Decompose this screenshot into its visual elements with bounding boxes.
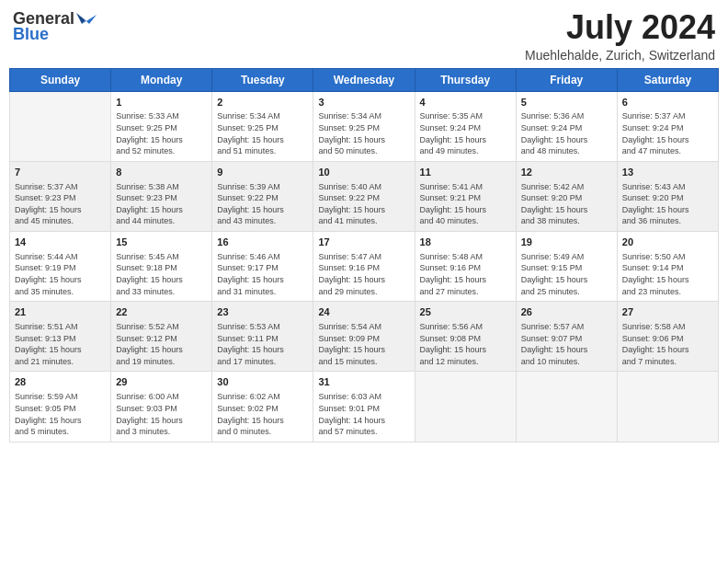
- calendar-cell: 24Sunrise: 5:54 AM Sunset: 9:09 PM Dayli…: [313, 302, 415, 372]
- calendar-cell: [10, 91, 111, 161]
- day-number: 16: [217, 236, 308, 249]
- day-number: 4: [420, 96, 511, 109]
- day-number: 1: [116, 96, 207, 109]
- day-info: Sunrise: 5:46 AM Sunset: 9:17 PM Dayligh…: [217, 251, 308, 297]
- calendar-cell: 9Sunrise: 5:39 AM Sunset: 9:22 PM Daylig…: [212, 161, 313, 231]
- day-number: 26: [521, 305, 612, 319]
- calendar-cell: 6Sunrise: 5:37 AM Sunset: 9:24 PM Daylig…: [617, 91, 718, 161]
- month-year-title: July 2024: [525, 9, 715, 46]
- calendar-cell: 13Sunrise: 5:43 AM Sunset: 9:20 PM Dayli…: [617, 161, 718, 231]
- day-info: Sunrise: 5:36 AM Sunset: 9:24 PM Dayligh…: [521, 110, 612, 156]
- calendar-cell: 1Sunrise: 5:33 AM Sunset: 9:25 PM Daylig…: [111, 91, 212, 161]
- day-number: 7: [15, 166, 106, 179]
- day-info: Sunrise: 6:00 AM Sunset: 9:03 PM Dayligh…: [116, 391, 207, 437]
- logo: General Blue: [13, 9, 97, 44]
- day-number: 10: [318, 166, 409, 179]
- day-info: Sunrise: 5:33 AM Sunset: 9:25 PM Dayligh…: [116, 110, 207, 156]
- calendar-header-row: SundayMondayTuesdayWednesdayThursdayFrid…: [10, 68, 719, 91]
- day-info: Sunrise: 5:43 AM Sunset: 9:20 PM Dayligh…: [622, 181, 713, 227]
- day-info: Sunrise: 5:38 AM Sunset: 9:23 PM Dayligh…: [116, 181, 207, 227]
- day-info: Sunrise: 5:37 AM Sunset: 9:23 PM Dayligh…: [15, 181, 106, 227]
- day-number: 23: [217, 305, 308, 319]
- day-info: Sunrise: 5:42 AM Sunset: 9:20 PM Dayligh…: [521, 181, 612, 227]
- day-info: Sunrise: 6:02 AM Sunset: 9:02 PM Dayligh…: [217, 391, 308, 437]
- day-info: Sunrise: 5:53 AM Sunset: 9:11 PM Dayligh…: [217, 321, 308, 367]
- day-info: Sunrise: 5:41 AM Sunset: 9:21 PM Dayligh…: [420, 181, 511, 227]
- calendar-cell: 2Sunrise: 5:34 AM Sunset: 9:25 PM Daylig…: [212, 91, 313, 161]
- day-info: Sunrise: 5:40 AM Sunset: 9:22 PM Dayligh…: [318, 181, 409, 227]
- day-info: Sunrise: 5:56 AM Sunset: 9:08 PM Dayligh…: [420, 321, 511, 367]
- calendar-week-row: 28Sunrise: 5:59 AM Sunset: 9:05 PM Dayli…: [10, 372, 719, 442]
- calendar-cell: 18Sunrise: 5:48 AM Sunset: 9:16 PM Dayli…: [415, 232, 516, 302]
- page-header: General Blue July 2024 Muehlehalde, Zuri…: [9, 9, 719, 63]
- calendar-cell: 25Sunrise: 5:56 AM Sunset: 9:08 PM Dayli…: [415, 302, 516, 372]
- day-info: Sunrise: 5:35 AM Sunset: 9:24 PM Dayligh…: [420, 110, 511, 156]
- day-number: 18: [420, 236, 511, 249]
- calendar-table: SundayMondayTuesdayWednesdayThursdayFrid…: [9, 68, 719, 442]
- day-number: 31: [318, 375, 409, 389]
- calendar-cell: 28Sunrise: 5:59 AM Sunset: 9:05 PM Dayli…: [10, 372, 111, 442]
- day-number: 15: [116, 236, 207, 249]
- day-info: Sunrise: 6:03 AM Sunset: 9:01 PM Dayligh…: [318, 391, 409, 437]
- day-number: 9: [217, 166, 308, 179]
- day-header-thursday: Thursday: [415, 68, 516, 91]
- calendar-cell: 12Sunrise: 5:42 AM Sunset: 9:20 PM Dayli…: [516, 161, 617, 231]
- calendar-cell: 4Sunrise: 5:35 AM Sunset: 9:24 PM Daylig…: [415, 91, 516, 161]
- logo-bird-icon: [76, 11, 97, 28]
- calendar-cell: 31Sunrise: 6:03 AM Sunset: 9:01 PM Dayli…: [313, 372, 415, 442]
- day-info: Sunrise: 5:44 AM Sunset: 9:19 PM Dayligh…: [15, 251, 106, 297]
- calendar-cell: 16Sunrise: 5:46 AM Sunset: 9:17 PM Dayli…: [212, 232, 313, 302]
- calendar-cell: 27Sunrise: 5:58 AM Sunset: 9:06 PM Dayli…: [617, 302, 718, 372]
- day-number: 29: [116, 375, 207, 389]
- day-header-monday: Monday: [111, 68, 212, 91]
- day-info: Sunrise: 5:39 AM Sunset: 9:22 PM Dayligh…: [217, 181, 308, 227]
- day-number: 14: [15, 236, 106, 249]
- calendar-cell: 14Sunrise: 5:44 AM Sunset: 9:19 PM Dayli…: [10, 232, 111, 302]
- day-number: 5: [521, 96, 612, 109]
- calendar-week-row: 1Sunrise: 5:33 AM Sunset: 9:25 PM Daylig…: [10, 91, 719, 161]
- calendar-cell: [516, 372, 617, 442]
- day-number: 3: [318, 96, 409, 109]
- calendar-cell: 20Sunrise: 5:50 AM Sunset: 9:14 PM Dayli…: [617, 232, 718, 302]
- day-number: 19: [521, 236, 612, 249]
- day-info: Sunrise: 5:58 AM Sunset: 9:06 PM Dayligh…: [622, 321, 713, 367]
- calendar-cell: 5Sunrise: 5:36 AM Sunset: 9:24 PM Daylig…: [516, 91, 617, 161]
- day-info: Sunrise: 5:51 AM Sunset: 9:13 PM Dayligh…: [15, 321, 106, 367]
- day-number: 6: [622, 96, 713, 109]
- calendar-cell: 26Sunrise: 5:57 AM Sunset: 9:07 PM Dayli…: [516, 302, 617, 372]
- location-subtitle: Muehlehalde, Zurich, Switzerland: [525, 48, 715, 63]
- calendar-week-row: 21Sunrise: 5:51 AM Sunset: 9:13 PM Dayli…: [10, 302, 719, 372]
- day-number: 8: [116, 166, 207, 179]
- day-number: 2: [217, 96, 308, 109]
- day-number: 17: [318, 236, 409, 249]
- calendar-week-row: 7Sunrise: 5:37 AM Sunset: 9:23 PM Daylig…: [10, 161, 719, 231]
- calendar-cell: [415, 372, 516, 442]
- day-number: 27: [622, 305, 713, 319]
- calendar-cell: 7Sunrise: 5:37 AM Sunset: 9:23 PM Daylig…: [10, 161, 111, 231]
- day-info: Sunrise: 5:37 AM Sunset: 9:24 PM Dayligh…: [622, 110, 713, 156]
- calendar-cell: 21Sunrise: 5:51 AM Sunset: 9:13 PM Dayli…: [10, 302, 111, 372]
- day-info: Sunrise: 5:57 AM Sunset: 9:07 PM Dayligh…: [521, 321, 612, 367]
- day-info: Sunrise: 5:59 AM Sunset: 9:05 PM Dayligh…: [15, 391, 106, 437]
- calendar-cell: 23Sunrise: 5:53 AM Sunset: 9:11 PM Dayli…: [212, 302, 313, 372]
- calendar-cell: 17Sunrise: 5:47 AM Sunset: 9:16 PM Dayli…: [313, 232, 415, 302]
- day-number: 20: [622, 236, 713, 249]
- calendar-week-row: 14Sunrise: 5:44 AM Sunset: 9:19 PM Dayli…: [10, 232, 719, 302]
- calendar-cell: 3Sunrise: 5:34 AM Sunset: 9:25 PM Daylig…: [313, 91, 415, 161]
- day-number: 11: [420, 166, 511, 179]
- day-info: Sunrise: 5:47 AM Sunset: 9:16 PM Dayligh…: [318, 251, 409, 297]
- day-header-wednesday: Wednesday: [313, 68, 415, 91]
- day-header-sunday: Sunday: [10, 68, 111, 91]
- calendar-cell: 22Sunrise: 5:52 AM Sunset: 9:12 PM Dayli…: [111, 302, 212, 372]
- day-number: 22: [116, 305, 207, 319]
- calendar-cell: [617, 372, 718, 442]
- day-info: Sunrise: 5:34 AM Sunset: 9:25 PM Dayligh…: [318, 110, 409, 156]
- day-number: 24: [318, 305, 409, 319]
- day-info: Sunrise: 5:49 AM Sunset: 9:15 PM Dayligh…: [521, 251, 612, 297]
- day-info: Sunrise: 5:34 AM Sunset: 9:25 PM Dayligh…: [217, 110, 308, 156]
- day-number: 13: [622, 166, 713, 179]
- day-info: Sunrise: 5:52 AM Sunset: 9:12 PM Dayligh…: [116, 321, 207, 367]
- day-info: Sunrise: 5:45 AM Sunset: 9:18 PM Dayligh…: [116, 251, 207, 297]
- day-number: 25: [420, 305, 511, 319]
- calendar-cell: 15Sunrise: 5:45 AM Sunset: 9:18 PM Dayli…: [111, 232, 212, 302]
